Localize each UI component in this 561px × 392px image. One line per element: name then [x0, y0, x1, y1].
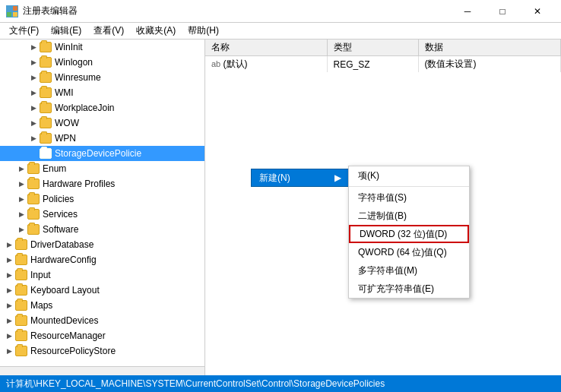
- table-row[interactable]: ab (默认) REG_SZ (数值未设置): [205, 56, 561, 73]
- expander-icon[interactable]: [27, 87, 40, 99]
- folder-icon: [15, 300, 27, 311]
- title-bar: 注册表编辑器 ─ □ ✕: [0, 0, 561, 23]
- tree-label: DriverDatabase: [30, 239, 94, 250]
- tree-label: MountedDevices: [30, 315, 98, 326]
- folder-icon: [27, 163, 40, 174]
- tree-item-Services[interactable]: Services: [0, 207, 204, 222]
- tree-label: Enum: [43, 163, 66, 174]
- menu-bar: 文件(F) 编辑(E) 查看(V) 收藏夹(A) 帮助(H): [0, 23, 561, 40]
- tree-label: ResourceManager: [30, 330, 106, 341]
- tree-label: Hardware Profiles: [43, 179, 115, 189]
- tree-item-HardwareConfig[interactable]: HardwareConfig: [0, 252, 204, 267]
- tree-panel: WinInit Winlogon Winresume WMI: [0, 40, 205, 375]
- expander-icon[interactable]: [3, 239, 15, 251]
- expander-icon[interactable]: [15, 163, 27, 175]
- close-button[interactable]: ✕: [520, 0, 555, 23]
- minimize-button[interactable]: ─: [450, 0, 485, 23]
- expander-icon[interactable]: [27, 132, 40, 144]
- folder-icon: [27, 179, 40, 189]
- status-path: 计算机\HKEY_LOCAL_MACHINE\SYSTEM\CurrentCon…: [6, 378, 385, 390]
- tree-label: WMI: [55, 87, 74, 98]
- cell-name: ab (默认): [205, 56, 327, 73]
- main-content: WinInit Winlogon Winresume WMI: [0, 40, 561, 375]
- tree-label: WOW: [55, 118, 79, 128]
- tree-item-Enum[interactable]: Enum: [0, 161, 204, 176]
- tree-item-KeyboardLayout[interactable]: Keyboard Layout: [0, 283, 204, 298]
- tree-label: ResourcePolicyStore: [30, 346, 116, 356]
- expander-icon[interactable]: [3, 284, 15, 296]
- svg-rect-2: [7, 12, 11, 17]
- tree-label: Winresume: [55, 72, 101, 83]
- folder-icon: [40, 72, 52, 83]
- expander-icon[interactable]: [3, 345, 15, 357]
- expander-icon[interactable]: [27, 56, 40, 68]
- expander-icon[interactable]: [15, 178, 27, 190]
- folder-icon: [27, 194, 40, 204]
- folder-icon: [15, 254, 27, 265]
- expander-icon[interactable]: [27, 41, 40, 53]
- menu-edit[interactable]: 编辑(E): [45, 23, 87, 39]
- tree-item-Winlogon[interactable]: Winlogon: [0, 55, 204, 70]
- tree-item-WPN[interactable]: WPN: [0, 131, 204, 146]
- expander-icon[interactable]: [15, 208, 27, 220]
- tree-scroll[interactable]: WinInit Winlogon Winresume WMI: [0, 40, 204, 366]
- folder-icon: [27, 224, 40, 235]
- expander-icon[interactable]: [3, 315, 15, 327]
- expander-icon[interactable]: [27, 71, 40, 84]
- expander-icon[interactable]: [27, 102, 40, 114]
- tree-label: StorageDevicePolicie: [55, 148, 141, 159]
- tree-label: Input: [30, 270, 51, 280]
- expander-icon[interactable]: [27, 117, 40, 129]
- folder-icon: [15, 315, 27, 326]
- menu-view[interactable]: 查看(V): [87, 23, 130, 39]
- folder-icon: [40, 118, 52, 128]
- tree-item-Software[interactable]: Software: [0, 222, 204, 237]
- folder-icon: [15, 239, 27, 250]
- folder-icon: [40, 148, 52, 159]
- tree-item-WinInit[interactable]: WinInit: [0, 40, 204, 55]
- window-title: 注册表编辑器: [23, 5, 450, 17]
- folder-icon: [40, 57, 52, 68]
- expander-icon[interactable]: [3, 269, 15, 281]
- tree-item-Policies[interactable]: Policies: [0, 191, 204, 207]
- tree-item-StorageDevicePolicie[interactable]: StorageDevicePolicie: [0, 146, 204, 161]
- folder-icon: [15, 330, 27, 341]
- expander-icon[interactable]: [3, 254, 15, 266]
- tree-item-Input[interactable]: Input: [0, 267, 204, 283]
- tree-item-WMI[interactable]: WMI: [0, 85, 204, 100]
- tree-label: Software: [43, 224, 78, 235]
- cell-type: REG_SZ: [327, 56, 418, 73]
- folder-icon: [40, 133, 52, 144]
- tree-label: Winlogon: [55, 57, 93, 68]
- tree-item-HardwareProfiles[interactable]: Hardware Profiles: [0, 176, 204, 191]
- maximize-button[interactable]: □: [485, 0, 520, 23]
- tree-label: Services: [43, 209, 78, 220]
- tree-label: Policies: [43, 194, 74, 204]
- tree-item-Winresume[interactable]: Winresume: [0, 70, 204, 85]
- expander-icon[interactable]: [3, 330, 15, 342]
- default-name: (默认): [223, 58, 248, 69]
- folder-icon: [27, 209, 40, 220]
- expander-icon[interactable]: [15, 193, 27, 205]
- tree-item-DriverDatabase[interactable]: DriverDatabase: [0, 237, 204, 252]
- expander-icon[interactable]: [3, 299, 15, 311]
- tree-item-MountedDevices[interactable]: MountedDevices: [0, 313, 204, 328]
- svg-rect-0: [7, 6, 11, 11]
- menu-favorites[interactable]: 收藏夹(A): [130, 23, 182, 39]
- folder-icon: [15, 285, 27, 296]
- col-data: 数据: [418, 40, 561, 56]
- expander-icon[interactable]: [15, 223, 27, 236]
- svg-rect-1: [13, 6, 17, 11]
- menu-file[interactable]: 文件(F): [3, 23, 45, 39]
- tree-item-Maps[interactable]: Maps: [0, 298, 204, 313]
- folder-icon: [40, 42, 52, 52]
- tree-item-ResourcePolicyStore[interactable]: ResourcePolicyStore: [0, 343, 204, 359]
- horizontal-scrollbar[interactable]: [0, 366, 204, 375]
- col-name: 名称: [205, 40, 327, 56]
- menu-help[interactable]: 帮助(H): [182, 23, 225, 39]
- tree-item-WOW[interactable]: WOW: [0, 115, 204, 131]
- folder-icon: [40, 87, 52, 98]
- window-controls: ─ □ ✕: [450, 0, 555, 23]
- tree-item-ResourceManager[interactable]: ResourceManager: [0, 328, 204, 343]
- tree-item-WorkplaceJoin[interactable]: WorkplaceJoin: [0, 100, 204, 115]
